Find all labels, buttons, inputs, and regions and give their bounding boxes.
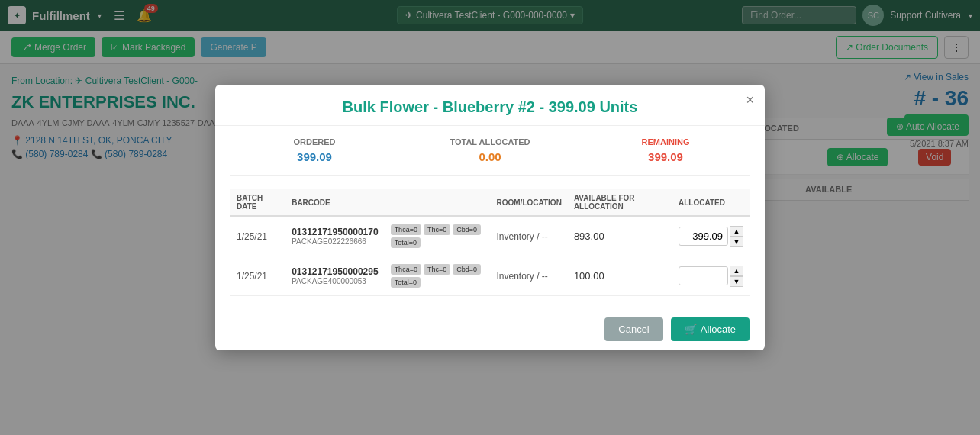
barcode-main-2: 01312171950000295 — [292, 266, 378, 277]
barcode-main-1: 01312171950000170 — [292, 227, 378, 237]
alloc-input-wrap-2: ▲ ▼ — [679, 266, 743, 287]
batch-row-2: 1/25/21 01312171950000295 PACKAGE4000000… — [230, 256, 750, 296]
ordered-value: 399.09 — [230, 150, 398, 163]
modal-close-button[interactable]: × — [746, 92, 754, 108]
total-badge-1: Total=0 — [391, 237, 421, 248]
alloc-input-wrap-1: ▲ ▼ — [679, 226, 743, 247]
room-location-1: Inventory / -- — [497, 231, 548, 242]
batch-header-row: BATCH DATE BARCODE ROOM/LOCATION AVAILAB… — [230, 189, 750, 216]
spin-buttons-1: ▲ ▼ — [730, 226, 743, 247]
batch-date-2: 1/25/21 — [237, 271, 267, 282]
alloc-input-2[interactable] — [679, 266, 728, 285]
thc-badge-2: Thc=0 — [424, 264, 450, 275]
cart-icon: 🛒 — [685, 324, 697, 335]
cbd-badge-1: Cbd=0 — [453, 224, 481, 235]
modal-overlay: Bulk Flower - Blueberry #2 - 399.09 Unit… — [0, 0, 980, 435]
available-2: 100.00 — [574, 270, 604, 282]
ordered-label: ORDERED — [230, 137, 398, 147]
available-1: 893.00 — [574, 230, 604, 242]
barcode-header: BARCODE — [285, 189, 384, 216]
compound-badges-1: Thca=0 Thc=0 Cbd=0 Total=0 — [391, 224, 485, 248]
barcode-sub-1: PACKAGE022226666 — [292, 237, 378, 246]
batch-date-header: BATCH DATE — [230, 189, 285, 216]
remaining-value: 399.09 — [582, 150, 750, 163]
modal-header: Bulk Flower - Blueberry #2 - 399.09 Unit… — [215, 85, 765, 126]
thc-badge-1: Thc=0 — [424, 224, 450, 235]
modal-title: Bulk Flower - Blueberry #2 - 399.09 Unit… — [230, 98, 750, 116]
summary-row: ORDERED 399.09 TOTAL ALLOCATED 0.00 REMA… — [230, 137, 750, 176]
remaining-summary: REMAINING 399.09 — [582, 137, 750, 163]
spin-down-1[interactable]: ▼ — [730, 237, 743, 247]
batch-row-1: 1/25/21 01312171950000170 PACKAGE0222266… — [230, 216, 750, 256]
compounds-header — [385, 189, 491, 216]
thca-badge-1: Thca=0 — [391, 224, 421, 235]
spin-up-1[interactable]: ▲ — [730, 226, 743, 237]
room-header: ROOM/LOCATION — [491, 189, 568, 216]
modal-body: ORDERED 399.09 TOTAL ALLOCATED 0.00 REMA… — [215, 126, 765, 308]
spin-down-2[interactable]: ▼ — [730, 276, 743, 287]
allocate-modal-button[interactable]: 🛒 Allocate — [671, 317, 750, 341]
modal-footer: Cancel 🛒 Allocate — [215, 308, 765, 350]
spin-buttons-2: ▲ ▼ — [730, 266, 743, 287]
spin-up-2[interactable]: ▲ — [730, 266, 743, 276]
available-for-alloc-header: AVAILABLE FOR ALLOCATION — [568, 189, 672, 216]
ordered-summary: ORDERED 399.09 — [230, 137, 398, 163]
total-allocated-summary: TOTAL ALLOCATED 0.00 — [406, 137, 574, 163]
total-allocated-value: 0.00 — [406, 150, 574, 163]
total-allocated-label: TOTAL ALLOCATED — [406, 137, 574, 147]
allocated-header: ALLOCATED — [672, 189, 750, 216]
barcode-sub-2: PACKAGE400000053 — [292, 277, 378, 285]
room-location-2: Inventory / -- — [497, 271, 548, 282]
thca-badge-2: Thca=0 — [391, 264, 421, 275]
compound-badges-2: Thca=0 Thc=0 Cbd=0 Total=0 — [391, 264, 485, 288]
total-badge-2: Total=0 — [391, 277, 421, 288]
allocation-modal: Bulk Flower - Blueberry #2 - 399.09 Unit… — [215, 85, 765, 350]
batch-date-1: 1/25/21 — [237, 231, 267, 242]
alloc-input-1[interactable] — [679, 227, 728, 246]
remaining-label: REMAINING — [582, 137, 750, 147]
cancel-button[interactable]: Cancel — [604, 317, 662, 341]
cbd-badge-2: Cbd=0 — [453, 264, 481, 275]
batch-table: BATCH DATE BARCODE ROOM/LOCATION AVAILAB… — [230, 189, 750, 296]
